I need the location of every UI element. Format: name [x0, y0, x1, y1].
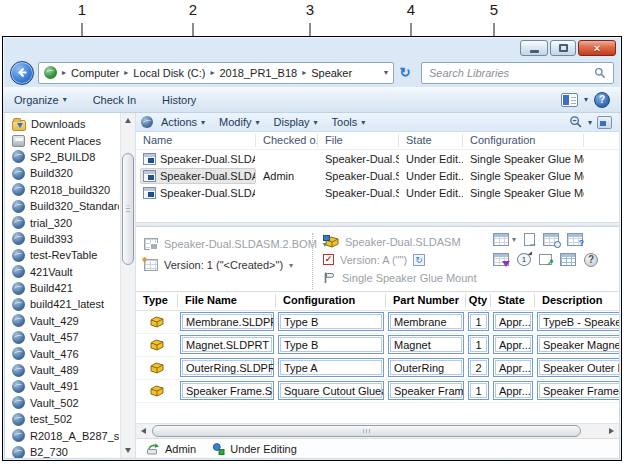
address-dropdown-icon[interactable]: ▾ — [380, 68, 388, 77]
scroll-right-button[interactable] — [604, 424, 619, 438]
column-header-description[interactable]: Description — [535, 294, 619, 307]
organize-menu[interactable]: Organize ▾ — [14, 94, 67, 106]
column-header-name[interactable]: Name — [136, 134, 256, 147]
sidebar-item-downloads[interactable]: Downloads — [12, 116, 119, 132]
history-button[interactable]: History — [162, 94, 196, 106]
sidebar-item-vault[interactable]: Vault_489 — [12, 362, 119, 378]
cell-description[interactable]: TypeB - Speaker Me — [537, 312, 619, 331]
breadcrumb-item-computer[interactable]: Computer — [71, 67, 119, 79]
sidebar-item-vault[interactable]: build421_latest — [12, 296, 119, 312]
check-in-bom-icon[interactable]: → — [524, 233, 535, 246]
sidebar-item-vault[interactable]: Build320 — [12, 165, 119, 181]
minimize-button[interactable] — [520, 40, 548, 56]
sidebar-scrollbar[interactable] — [120, 113, 135, 458]
sidebar-item-vault[interactable]: Vault_457 — [12, 329, 119, 345]
sidebar-item-recent-places[interactable]: Recent Places — [12, 132, 119, 148]
breadcrumb-item-vault-folder[interactable]: 2018_PR1_B18 — [219, 67, 297, 79]
zoom-out-icon[interactable] — [569, 115, 583, 129]
column-header-checked-out[interactable]: Checked o... — [256, 134, 318, 147]
table-view-icon[interactable] — [560, 253, 576, 266]
bom-type-dropdown-icon[interactable]: ▾ — [512, 235, 516, 244]
cell-qty[interactable]: 1 — [468, 381, 489, 400]
cell-part-number[interactable]: Membrane — [388, 312, 464, 331]
cell-file-name[interactable]: Magnet.SLDPRT — [180, 335, 274, 354]
file-row-selected[interactable]: Speaker-Dual.SLDAS... Admin Speaker-Dual… — [136, 167, 619, 184]
column-header-configuration[interactable]: Configuration — [276, 294, 386, 307]
sidebar-item-vault[interactable]: R2018_A_B287_std — [12, 427, 119, 443]
sidebar-item-vault[interactable]: R2018_build320 — [12, 182, 119, 198]
sidebar-item-vault[interactable]: test-RevTable — [12, 247, 119, 263]
bom-help-icon[interactable]: ? — [584, 253, 598, 267]
sidebar-item-vault[interactable]: Vault_429 — [12, 313, 119, 329]
sidebar-item-vault[interactable]: 421Vault — [12, 264, 119, 280]
bom-name-dropdown[interactable]: Speaker-Dual.SLDASM.2.BOM ▾ — [144, 234, 327, 255]
column-header-configuration[interactable]: Configuration — [463, 134, 584, 147]
update-version-icon[interactable]: ↻ — [413, 254, 425, 266]
refresh-button[interactable]: ↻ — [394, 62, 416, 84]
cell-part-number[interactable]: OuterRing — [388, 358, 464, 377]
help-button[interactable]: ? — [594, 92, 610, 108]
check-in-button[interactable]: Check In — [93, 94, 136, 106]
bom-info-icon[interactable]: ? — [567, 233, 583, 246]
cell-part-number[interactable]: Magnet — [388, 335, 464, 354]
horizontal-scrollbar[interactable] — [136, 423, 619, 438]
sidebar-item-vault[interactable]: Vault_491 — [12, 378, 119, 394]
column-header-type[interactable]: Type — [136, 294, 178, 307]
cell-qty[interactable]: 2 — [468, 358, 489, 377]
search-input[interactable]: Search Libraries — [421, 62, 614, 84]
cell-file-name[interactable]: OuterRing.SLDPRT — [180, 358, 274, 377]
maximize-button[interactable] — [550, 40, 576, 56]
breadcrumb-item-speaker[interactable]: Speaker — [311, 67, 352, 79]
version-checkbox-icon[interactable]: ✓ — [323, 254, 334, 265]
scroll-up-button[interactable] — [121, 113, 135, 128]
cell-file-name[interactable]: Membrane.SLDPRT — [180, 312, 274, 331]
menu-display[interactable]: Display▾ — [268, 116, 324, 128]
cell-configuration[interactable]: Square Cutout Glueable — [278, 381, 384, 400]
file-row[interactable]: Speaker-Dual.SLDAS... Speaker-Dual.S... … — [136, 150, 619, 167]
cell-description[interactable]: Speaker Magnet — [537, 335, 619, 354]
sidebar-item-vault[interactable]: trial_320 — [12, 214, 119, 230]
column-header-qty[interactable]: Qty — [466, 294, 491, 307]
selected-name-cell[interactable]: Speaker-Dual.SLDAS... — [140, 168, 256, 184]
scrollbar-thumb[interactable] — [122, 153, 134, 265]
column-header-state[interactable]: State — [491, 294, 535, 307]
column-header-state[interactable]: State — [399, 134, 463, 147]
cell-part-number[interactable]: Speaker Frame — [388, 381, 464, 400]
cell-description[interactable]: Speaker Outer Ring — [537, 358, 619, 377]
go-to-icon[interactable]: 1 — [517, 253, 531, 266]
sidebar-item-vault[interactable]: SP2_BUILD8 — [12, 149, 119, 165]
menu-tools[interactable]: Tools▾ — [326, 116, 372, 128]
cell-state[interactable]: Appr... — [493, 335, 533, 354]
export-bom-icon[interactable]: ↗ — [539, 254, 552, 265]
sidebar-item-vault[interactable]: test_502 — [12, 411, 119, 427]
zoom-dropdown-icon[interactable]: ▾ — [588, 118, 592, 127]
column-header-file[interactable]: File — [318, 134, 399, 147]
scroll-down-button[interactable] — [121, 443, 135, 458]
sidebar-item-vault[interactable]: Build421 — [12, 280, 119, 296]
column-header-file-name[interactable]: File Name — [178, 294, 276, 307]
cell-configuration[interactable]: Type B — [278, 312, 384, 331]
back-button[interactable] — [10, 61, 34, 85]
cell-configuration[interactable]: Type B — [278, 335, 384, 354]
filter-bom-icon[interactable] — [493, 253, 509, 266]
file-row[interactable]: Speaker-Dual.SLDAS... Speaker-Dual.S... … — [136, 184, 619, 201]
cell-qty[interactable]: 1 — [468, 335, 489, 354]
views-icon[interactable] — [561, 93, 578, 107]
cell-state[interactable]: Appr... — [493, 358, 533, 377]
menu-actions[interactable]: Actions▾ — [155, 116, 211, 128]
cell-state[interactable]: Appr... — [493, 312, 533, 331]
bom-version-dropdown[interactable]: Version: 1 ("<Created>") ▾ — [144, 255, 327, 276]
find-in-bom-icon[interactable] — [543, 233, 559, 246]
preview-pane-icon[interactable] — [597, 116, 612, 129]
sidebar-item-vault[interactable]: Vault_502 — [12, 395, 119, 411]
menu-modify[interactable]: Modify▾ — [213, 116, 265, 128]
close-button[interactable]: × — [578, 40, 616, 56]
sidebar-item-vault[interactable]: Vault_476 — [12, 345, 119, 361]
views-dropdown-icon[interactable]: ▾ — [584, 95, 588, 104]
sidebar-item-vault[interactable]: B2_730 — [12, 444, 119, 458]
breadcrumb-item-local-disk[interactable]: Local Disk (C:) — [133, 67, 205, 79]
cell-state[interactable]: Appr... — [493, 381, 533, 400]
sidebar-item-vault[interactable]: Build393 — [12, 231, 119, 247]
scrollbar-thumb[interactable] — [152, 425, 581, 437]
bom-type-icon[interactable] — [493, 233, 509, 246]
